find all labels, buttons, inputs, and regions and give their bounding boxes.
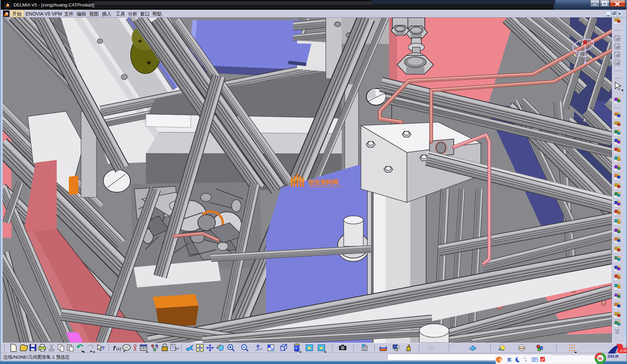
svg-text:ENOVIA V5 VPM: ENOVIA V5 VPM bbox=[26, 11, 62, 17]
svg-text:}=: }= bbox=[175, 346, 179, 351]
svg-text:x: x bbox=[574, 52, 576, 57]
svg-text:文件: 文件 bbox=[64, 11, 74, 17]
svg-text:插入: 插入 bbox=[102, 11, 111, 17]
svg-text:智造资料网: 智造资料网 bbox=[308, 179, 338, 186]
svg-text:@: @ bbox=[427, 344, 434, 352]
svg-text:x: x bbox=[589, 54, 592, 59]
svg-text:编辑: 编辑 bbox=[77, 11, 86, 17]
svg-text:视图: 视图 bbox=[89, 11, 99, 17]
svg-text:(x): (x) bbox=[116, 346, 121, 351]
svg-text:边线/NONE/几何图形集.1 预选定: 边线/NONE/几何图形集.1 预选定 bbox=[3, 355, 70, 360]
svg-text:?: ? bbox=[102, 345, 105, 351]
svg-text:98: 98 bbox=[598, 357, 602, 361]
svg-text:帮助: 帮助 bbox=[152, 11, 162, 17]
svg-text:点我: 点我 bbox=[619, 348, 627, 353]
svg-text:工具: 工具 bbox=[116, 11, 125, 17]
svg-text:开始: 开始 bbox=[12, 11, 22, 17]
svg-text:DELM: DELM bbox=[608, 354, 619, 358]
svg-text:INTELLIGENT MANUFACTURING DATA: INTELLIGENT MANUFACTURING DATA bbox=[308, 186, 343, 188]
svg-text:分析: 分析 bbox=[128, 11, 137, 17]
svg-text:窗口: 窗口 bbox=[140, 11, 150, 17]
svg-text:S: S bbox=[499, 358, 502, 363]
svg-text:英: 英 bbox=[507, 357, 512, 362]
svg-text:’,: ’, bbox=[524, 357, 527, 362]
svg-text:DELMIA V5 - [zongzhuang.CATPro: DELMIA V5 - [zongzhuang.CATProduct] bbox=[14, 2, 94, 7]
